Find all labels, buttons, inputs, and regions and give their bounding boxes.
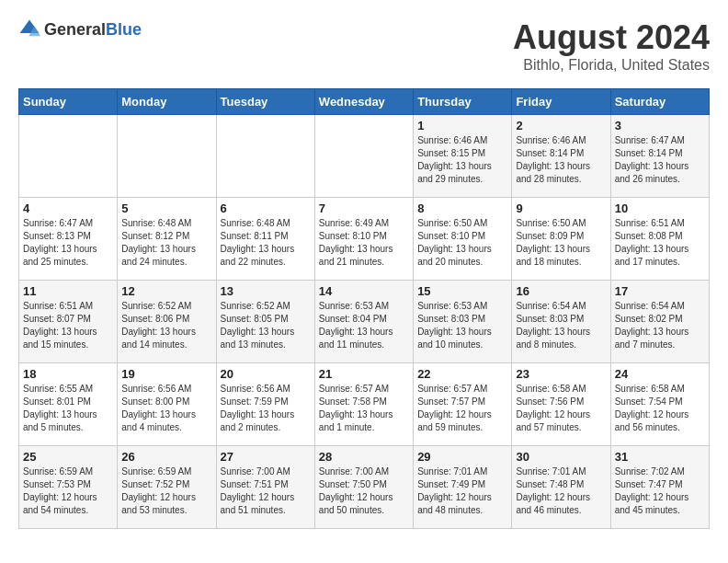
day-info: Sunrise: 6:54 AM Sunset: 8:03 PM Dayligh… [516, 300, 606, 351]
day-number: 12 [121, 284, 211, 298]
day-info: Sunrise: 6:56 AM Sunset: 8:00 PM Dayligh… [121, 383, 211, 434]
day-cell: 30Sunrise: 7:01 AM Sunset: 7:48 PM Dayli… [512, 446, 610, 529]
day-cell: 13Sunrise: 6:52 AM Sunset: 8:05 PM Dayli… [216, 281, 314, 363]
header-monday: Monday [118, 89, 216, 115]
day-cell: 4Sunrise: 6:47 AM Sunset: 8:13 PM Daylig… [19, 198, 118, 281]
day-number: 10 [615, 201, 705, 215]
day-cell: 6Sunrise: 6:48 AM Sunset: 8:11 PM Daylig… [216, 198, 314, 281]
logo-icon [18, 18, 40, 40]
header-saturday: Saturday [610, 89, 709, 115]
day-cell: 18Sunrise: 6:55 AM Sunset: 8:01 PM Dayli… [19, 363, 118, 446]
day-number: 1 [417, 119, 507, 132]
day-info: Sunrise: 6:57 AM Sunset: 7:58 PM Dayligh… [319, 383, 409, 434]
day-number: 16 [516, 284, 606, 298]
day-cell: 17Sunrise: 6:54 AM Sunset: 8:02 PM Dayli… [610, 281, 709, 363]
day-info: Sunrise: 6:51 AM Sunset: 8:08 PM Dayligh… [615, 217, 705, 269]
day-info: Sunrise: 6:57 AM Sunset: 7:57 PM Dayligh… [417, 383, 507, 434]
day-number: 26 [121, 450, 211, 464]
day-info: Sunrise: 6:48 AM Sunset: 8:11 PM Dayligh… [221, 217, 311, 269]
day-info: Sunrise: 6:59 AM Sunset: 7:53 PM Dayligh… [23, 465, 113, 517]
page-header: GeneralBlue August 2024 Bithlo, Florida,… [18, 18, 710, 74]
day-cell: 27Sunrise: 7:00 AM Sunset: 7:51 PM Dayli… [216, 446, 314, 529]
day-cell: 24Sunrise: 6:58 AM Sunset: 7:54 PM Dayli… [610, 363, 709, 446]
calendar-header: Sunday Monday Tuesday Wednesday Thursday… [19, 89, 710, 115]
day-info: Sunrise: 7:01 AM Sunset: 7:48 PM Dayligh… [516, 465, 606, 517]
day-info: Sunrise: 6:46 AM Sunset: 8:15 PM Dayligh… [417, 134, 507, 186]
day-number: 21 [319, 367, 409, 381]
day-number: 27 [221, 450, 311, 464]
day-info: Sunrise: 6:52 AM Sunset: 8:05 PM Dayligh… [221, 300, 311, 351]
day-cell: 12Sunrise: 6:52 AM Sunset: 8:06 PM Dayli… [118, 281, 216, 363]
logo-general: General [44, 20, 106, 39]
day-number: 22 [417, 367, 507, 381]
day-cell [216, 115, 314, 198]
day-number: 11 [23, 284, 113, 298]
day-cell: 25Sunrise: 6:59 AM Sunset: 7:53 PM Dayli… [19, 446, 118, 529]
header-friday: Friday [512, 89, 610, 115]
day-info: Sunrise: 6:53 AM Sunset: 8:03 PM Dayligh… [417, 300, 507, 351]
day-cell: 10Sunrise: 6:51 AM Sunset: 8:08 PM Dayli… [610, 198, 709, 281]
logo-blue: Blue [106, 20, 142, 39]
week-row-4: 18Sunrise: 6:55 AM Sunset: 8:01 PM Dayli… [19, 363, 710, 446]
header-thursday: Thursday [414, 89, 512, 115]
day-cell: 8Sunrise: 6:50 AM Sunset: 8:10 PM Daylig… [414, 198, 512, 281]
week-row-3: 11Sunrise: 6:51 AM Sunset: 8:07 PM Dayli… [19, 281, 710, 363]
day-number: 6 [221, 201, 311, 215]
day-number: 28 [319, 450, 409, 464]
day-number: 24 [615, 367, 705, 381]
calendar-title: August 2024 [513, 18, 710, 57]
day-cell: 2Sunrise: 6:46 AM Sunset: 8:14 PM Daylig… [512, 115, 610, 198]
header-wednesday: Wednesday [314, 89, 413, 115]
day-number: 15 [417, 284, 507, 298]
day-cell: 7Sunrise: 6:49 AM Sunset: 8:10 PM Daylig… [314, 198, 413, 281]
day-number: 30 [516, 450, 606, 464]
day-number: 17 [615, 284, 705, 298]
day-cell: 26Sunrise: 6:59 AM Sunset: 7:52 PM Dayli… [118, 446, 216, 529]
day-number: 23 [516, 367, 606, 381]
day-cell: 22Sunrise: 6:57 AM Sunset: 7:57 PM Dayli… [414, 363, 512, 446]
day-cell [314, 115, 413, 198]
day-number: 3 [615, 119, 705, 132]
header-tuesday: Tuesday [216, 89, 314, 115]
day-info: Sunrise: 6:58 AM Sunset: 7:56 PM Dayligh… [516, 383, 606, 434]
day-cell: 15Sunrise: 6:53 AM Sunset: 8:03 PM Dayli… [414, 281, 512, 363]
day-cell: 16Sunrise: 6:54 AM Sunset: 8:03 PM Dayli… [512, 281, 610, 363]
header-sunday: Sunday [19, 89, 118, 115]
calendar-table: Sunday Monday Tuesday Wednesday Thursday… [18, 88, 710, 529]
day-number: 18 [23, 367, 113, 381]
day-number: 7 [319, 201, 409, 215]
day-number: 20 [221, 367, 311, 381]
day-number: 5 [121, 201, 211, 215]
day-cell: 3Sunrise: 6:47 AM Sunset: 8:14 PM Daylig… [610, 115, 709, 198]
day-info: Sunrise: 6:50 AM Sunset: 8:09 PM Dayligh… [516, 217, 606, 269]
day-info: Sunrise: 6:52 AM Sunset: 8:06 PM Dayligh… [121, 300, 211, 351]
day-number: 4 [23, 201, 113, 215]
day-number: 14 [319, 284, 409, 298]
day-info: Sunrise: 6:48 AM Sunset: 8:12 PM Dayligh… [121, 217, 211, 269]
day-number: 13 [221, 284, 311, 298]
day-cell: 23Sunrise: 6:58 AM Sunset: 7:56 PM Dayli… [512, 363, 610, 446]
calendar-subtitle: Bithlo, Florida, United States [513, 57, 710, 74]
day-cell [19, 115, 118, 198]
day-cell: 21Sunrise: 6:57 AM Sunset: 7:58 PM Dayli… [314, 363, 413, 446]
day-number: 31 [615, 450, 705, 464]
day-info: Sunrise: 7:00 AM Sunset: 7:50 PM Dayligh… [319, 465, 409, 517]
calendar-body: 1Sunrise: 6:46 AM Sunset: 8:15 PM Daylig… [19, 115, 710, 529]
day-info: Sunrise: 6:58 AM Sunset: 7:54 PM Dayligh… [615, 383, 705, 434]
day-cell: 1Sunrise: 6:46 AM Sunset: 8:15 PM Daylig… [414, 115, 512, 198]
day-cell: 9Sunrise: 6:50 AM Sunset: 8:09 PM Daylig… [512, 198, 610, 281]
day-cell: 28Sunrise: 7:00 AM Sunset: 7:50 PM Dayli… [314, 446, 413, 529]
week-row-5: 25Sunrise: 6:59 AM Sunset: 7:53 PM Dayli… [19, 446, 710, 529]
title-section: August 2024 Bithlo, Florida, United Stat… [513, 18, 710, 74]
day-number: 29 [417, 450, 507, 464]
day-info: Sunrise: 6:51 AM Sunset: 8:07 PM Dayligh… [23, 300, 113, 351]
day-info: Sunrise: 6:59 AM Sunset: 7:52 PM Dayligh… [121, 465, 211, 517]
week-row-1: 1Sunrise: 6:46 AM Sunset: 8:15 PM Daylig… [19, 115, 710, 198]
day-info: Sunrise: 7:02 AM Sunset: 7:47 PM Dayligh… [615, 465, 705, 517]
header-row: Sunday Monday Tuesday Wednesday Thursday… [19, 89, 710, 115]
day-cell: 19Sunrise: 6:56 AM Sunset: 8:00 PM Dayli… [118, 363, 216, 446]
day-number: 8 [417, 201, 507, 215]
day-info: Sunrise: 6:46 AM Sunset: 8:14 PM Dayligh… [516, 134, 606, 186]
day-cell: 29Sunrise: 7:01 AM Sunset: 7:49 PM Dayli… [414, 446, 512, 529]
logo-text: GeneralBlue [44, 20, 142, 40]
